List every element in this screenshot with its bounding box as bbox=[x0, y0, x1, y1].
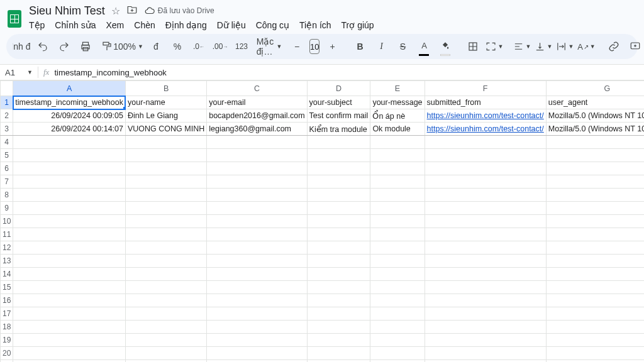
cell-A7[interactable] bbox=[13, 175, 126, 189]
more-formats-button[interactable]: 123 bbox=[233, 38, 250, 55]
row-header-13[interactable]: 13 bbox=[1, 255, 13, 268]
cell-A5[interactable] bbox=[13, 149, 126, 162]
cell-B16[interactable] bbox=[125, 294, 206, 307]
cell-B5[interactable] bbox=[125, 149, 206, 162]
cell-A19[interactable] bbox=[13, 334, 126, 347]
cell-A9[interactable] bbox=[13, 202, 126, 215]
row-header-2[interactable]: 2 bbox=[1, 109, 13, 123]
cell-B2[interactable]: Đinh Le Giang bbox=[125, 109, 206, 123]
cell-G4[interactable] bbox=[546, 136, 644, 149]
cell-E7[interactable] bbox=[370, 175, 425, 189]
row-header-20[interactable]: 20 bbox=[1, 347, 13, 360]
italic-button[interactable]: I bbox=[372, 38, 390, 55]
spreadsheet-grid[interactable]: ABCDEFGH1timestamp_incoming_webhookyour-… bbox=[0, 80, 644, 362]
cell-C21[interactable] bbox=[207, 360, 307, 363]
cell-C8[interactable] bbox=[207, 189, 307, 202]
rotate-button[interactable]: A↗▼ bbox=[577, 38, 595, 55]
cell-F8[interactable] bbox=[425, 189, 546, 202]
cell-G3[interactable]: Mozilla/5.0 (Windows NT 10.0; Wi bbox=[546, 123, 644, 136]
row-header-12[interactable]: 12 bbox=[1, 241, 13, 255]
cell-C19[interactable] bbox=[207, 334, 307, 347]
font-size-input[interactable]: 10 bbox=[309, 39, 319, 54]
cell-A10[interactable] bbox=[13, 215, 126, 228]
cell-B10[interactable] bbox=[125, 215, 206, 228]
cell-G14[interactable] bbox=[546, 268, 644, 281]
cell-D10[interactable] bbox=[307, 215, 370, 228]
cell-G12[interactable] bbox=[546, 241, 644, 255]
row-header-1[interactable]: 1 bbox=[1, 96, 13, 109]
cell-E20[interactable] bbox=[370, 347, 425, 360]
cell-E3[interactable]: Ok module bbox=[370, 123, 425, 136]
star-icon[interactable]: ☆ bbox=[111, 5, 120, 17]
cell-G2[interactable]: Mozilla/5.0 (Windows NT 10.0; Wi bbox=[546, 109, 644, 123]
cell-D1[interactable]: your-subject bbox=[307, 96, 370, 109]
decrease-decimal-button[interactable]: .0← bbox=[190, 38, 208, 55]
cell-C18[interactable] bbox=[207, 321, 307, 334]
cell-C14[interactable] bbox=[207, 268, 307, 281]
row-header-8[interactable]: 8 bbox=[1, 189, 13, 202]
cell-F13[interactable] bbox=[425, 255, 546, 268]
cell-E18[interactable] bbox=[370, 321, 425, 334]
cell-A4[interactable] bbox=[13, 136, 126, 149]
zoom-select[interactable]: 100%▼ bbox=[119, 38, 137, 55]
cell-A16[interactable] bbox=[13, 294, 126, 307]
move-icon[interactable] bbox=[126, 4, 138, 18]
fill-color-button[interactable] bbox=[436, 38, 454, 55]
app-logo[interactable] bbox=[6, 8, 23, 30]
cell-F11[interactable] bbox=[425, 228, 546, 241]
row-header-7[interactable]: 7 bbox=[1, 175, 13, 189]
cell-D18[interactable] bbox=[307, 321, 370, 334]
wrap-button[interactable]: ▼ bbox=[556, 38, 574, 55]
cell-C9[interactable] bbox=[207, 202, 307, 215]
row-header-9[interactable]: 9 bbox=[1, 202, 13, 215]
cell-A6[interactable] bbox=[13, 162, 126, 175]
font-size-increase[interactable]: + bbox=[323, 38, 341, 55]
cell-E13[interactable] bbox=[370, 255, 425, 268]
menu-ext[interactable]: Tiện ích bbox=[299, 20, 331, 30]
currency-button[interactable]: đ bbox=[147, 38, 165, 55]
cell-D7[interactable] bbox=[307, 175, 370, 189]
row-header-6[interactable]: 6 bbox=[1, 162, 13, 175]
cell-B9[interactable] bbox=[125, 202, 206, 215]
cell-B17[interactable] bbox=[125, 307, 206, 321]
cell-A20[interactable] bbox=[13, 347, 126, 360]
cell-B18[interactable] bbox=[125, 321, 206, 334]
cell-F12[interactable] bbox=[425, 241, 546, 255]
cell-E5[interactable] bbox=[370, 149, 425, 162]
cell-E10[interactable] bbox=[370, 215, 425, 228]
cell-C4[interactable] bbox=[207, 136, 307, 149]
cell-C5[interactable] bbox=[207, 149, 307, 162]
cell-A13[interactable] bbox=[13, 255, 126, 268]
cell-B8[interactable] bbox=[125, 189, 206, 202]
cell-G9[interactable] bbox=[546, 202, 644, 215]
cell-E17[interactable] bbox=[370, 307, 425, 321]
cell-E1[interactable]: your-message bbox=[370, 96, 425, 109]
cell-D19[interactable] bbox=[307, 334, 370, 347]
cell-B1[interactable]: your-name bbox=[125, 96, 206, 109]
col-header-G[interactable]: G bbox=[546, 81, 644, 96]
cell-G21[interactable] bbox=[546, 360, 644, 363]
cell-A3[interactable]: 26/09/2024 00:14:07 bbox=[13, 123, 126, 136]
cell-E2[interactable]: Ổn áp nè bbox=[370, 109, 425, 123]
cell-F7[interactable] bbox=[425, 175, 546, 189]
cell-F5[interactable] bbox=[425, 149, 546, 162]
cell-A18[interactable] bbox=[13, 321, 126, 334]
cell-D6[interactable] bbox=[307, 162, 370, 175]
row-header-10[interactable]: 10 bbox=[1, 215, 13, 228]
cell-G6[interactable] bbox=[546, 162, 644, 175]
cell-F9[interactable] bbox=[425, 202, 546, 215]
cell-E11[interactable] bbox=[370, 228, 425, 241]
cell-G20[interactable] bbox=[546, 347, 644, 360]
cell-D4[interactable] bbox=[307, 136, 370, 149]
cell-B4[interactable] bbox=[125, 136, 206, 149]
redo-button[interactable] bbox=[55, 38, 73, 55]
cell-B12[interactable] bbox=[125, 241, 206, 255]
cell-A8[interactable] bbox=[13, 189, 126, 202]
cell-B11[interactable] bbox=[125, 228, 206, 241]
col-header-D[interactable]: D bbox=[307, 81, 370, 96]
cell-F3[interactable]: https://sieunhim.com/test-contact/ bbox=[425, 123, 546, 136]
cell-D16[interactable] bbox=[307, 294, 370, 307]
cell-C16[interactable] bbox=[207, 294, 307, 307]
cell-A1[interactable]: timestamp_incoming_webhook bbox=[13, 96, 126, 109]
cloud-status[interactable]: Đã lưu vào Drive bbox=[144, 5, 214, 16]
